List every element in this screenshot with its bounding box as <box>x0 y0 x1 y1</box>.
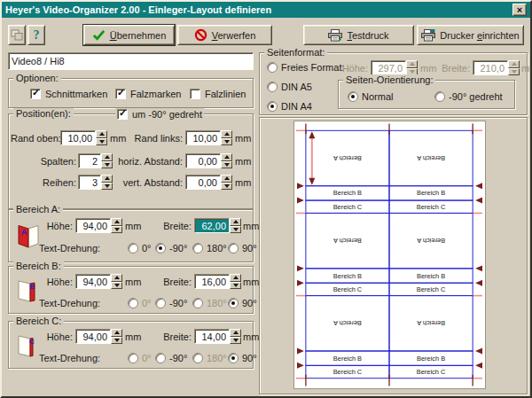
spin-down[interactable] <box>221 138 232 146</box>
spin-down[interactable] <box>101 161 113 169</box>
layout-name-input[interactable] <box>8 52 254 70</box>
reihen-input[interactable] <box>78 175 101 190</box>
triangle-up-icon <box>233 331 239 334</box>
bereich-b-rotation-90[interactable]: 90° <box>228 297 257 308</box>
reihen-spinner <box>101 175 113 190</box>
triangle-down-icon <box>114 284 120 287</box>
vert-abstand-input[interactable] <box>185 175 221 190</box>
spin-down[interactable] <box>221 183 232 191</box>
schnittmarken-checkbox[interactable]: Schnittmarken <box>30 88 107 99</box>
bereich-c-breite-spinner <box>230 329 241 344</box>
position-group-title: Position(en): <box>13 108 74 120</box>
spin-down[interactable] <box>230 282 241 290</box>
radio-icon <box>192 353 203 363</box>
bereich-b-rotation-minus90[interactable]: -90° <box>155 297 187 308</box>
seiten-breite-input <box>473 60 508 75</box>
svg-text:Bereich C: Bereich C <box>417 203 446 211</box>
spin-down <box>508 68 520 76</box>
spin-down[interactable] <box>96 138 107 146</box>
discard-button[interactable]: Verwerfen <box>177 25 272 45</box>
spin-up[interactable] <box>111 218 122 226</box>
radio-icon <box>228 243 239 254</box>
spin-up[interactable] <box>221 130 232 138</box>
triangle-down-icon <box>224 140 230 144</box>
spin-up[interactable] <box>221 175 232 183</box>
bereich-a-hoehe-input[interactable] <box>75 218 111 233</box>
unit-label: mm <box>110 133 126 144</box>
printer-setup-button[interactable]: Drucker einrichten <box>417 25 524 45</box>
triangle-up-icon <box>105 155 110 159</box>
unit-label: mm <box>521 63 532 74</box>
orientation-rotated-radio[interactable]: -90° gedreht <box>434 90 503 102</box>
radio-label: -90° <box>169 243 187 254</box>
bereich-b-breite-input[interactable] <box>194 274 230 289</box>
bereich-a-rotation-180[interactable]: 180° <box>192 242 227 254</box>
rand-links-input[interactable] <box>185 130 221 145</box>
help-button[interactable]: ? <box>27 25 45 45</box>
apply-button[interactable]: Übernehmen <box>83 25 175 45</box>
testprint-label: Testdruck <box>347 30 388 41</box>
triangle-up-icon <box>224 176 230 180</box>
spin-up[interactable] <box>230 329 241 337</box>
spin-up[interactable] <box>111 274 122 282</box>
spin-up[interactable] <box>111 329 122 337</box>
titlebar[interactable]: Heyer's Video-Organizer 2.00 - Einleger-… <box>2 2 530 18</box>
horiz-abstand-input[interactable] <box>185 153 221 168</box>
svg-text:Bereich C: Bereich C <box>333 203 363 211</box>
bereich-a-rotation-90[interactable]: 90° <box>228 242 257 254</box>
spin-down[interactable] <box>230 226 241 234</box>
check-icon <box>92 29 106 41</box>
radio-icon <box>228 353 239 363</box>
hoehe-label: Höhe: <box>39 221 73 232</box>
bereich-b-hoehe-input[interactable] <box>75 274 111 289</box>
close-button[interactable]: × <box>512 4 527 16</box>
spin-down[interactable] <box>111 337 122 345</box>
bereich-c-rotation-90[interactable]: 90° <box>228 352 257 363</box>
spin-down[interactable] <box>111 282 122 290</box>
text-drehung-label: Text-Drehung: <box>39 298 100 309</box>
spalten-input[interactable] <box>78 153 101 168</box>
bereich-c-rotation-minus90[interactable]: -90° <box>155 352 187 363</box>
bereich-b-hoehe-spinner <box>111 274 122 289</box>
spin-up[interactable] <box>230 218 241 226</box>
spin-up[interactable] <box>221 153 232 161</box>
svg-text:Bereich A: Bereich A <box>417 319 445 327</box>
radio-icon <box>128 243 138 254</box>
spin-down[interactable] <box>230 337 241 345</box>
rand-oben-input[interactable] <box>60 130 96 145</box>
svg-text:Bereich B: Bereich B <box>417 355 445 363</box>
spin-down[interactable] <box>221 161 232 169</box>
radio-label: 180° <box>207 243 227 254</box>
printer-setup-icon <box>421 29 435 42</box>
triangle-up-icon <box>410 62 415 66</box>
vert-abstand-label: vert. Abstand: <box>115 177 183 189</box>
spin-up[interactable] <box>96 130 107 138</box>
triangle-down-icon <box>233 339 239 342</box>
svg-text:B: B <box>30 283 35 291</box>
triangle-down-icon <box>105 184 110 188</box>
radio-icon <box>155 353 166 363</box>
spin-up[interactable] <box>101 175 113 183</box>
rotate-90-checkbox[interactable]: um -90° gedreht <box>115 108 204 120</box>
discard-label: Verwerfen <box>212 30 256 41</box>
unit-label: mm <box>235 177 251 189</box>
orientation-normal-radio[interactable]: Normal <box>348 90 393 102</box>
falzlinien-checkbox[interactable]: Falzlinien <box>190 88 246 99</box>
bereich-a-rotation-0[interactable]: 0° <box>128 242 152 254</box>
triangle-down-icon <box>233 284 239 287</box>
bereich-c-breite-input[interactable] <box>194 329 230 344</box>
spin-down[interactable] <box>111 226 122 234</box>
spin-up[interactable] <box>101 153 113 161</box>
triangle-down-icon <box>114 228 120 231</box>
falzmarken-checkbox[interactable]: Falzmarken <box>115 88 181 99</box>
bereich-a-rotation-minus90[interactable]: -90° <box>155 242 187 254</box>
bereich-a-breite-input[interactable] <box>194 218 230 233</box>
testprint-button[interactable]: Testdruck <box>303 25 414 45</box>
spin-down[interactable] <box>101 183 113 191</box>
spin-up[interactable] <box>230 274 241 282</box>
format-a5-radio[interactable]: DIN A5 <box>267 81 312 92</box>
cascade-windows-button[interactable] <box>8 25 26 45</box>
cascade-windows-icon <box>11 29 23 41</box>
format-a4-radio[interactable]: DIN A4 <box>267 100 312 112</box>
bereich-c-hoehe-input[interactable] <box>75 329 111 344</box>
